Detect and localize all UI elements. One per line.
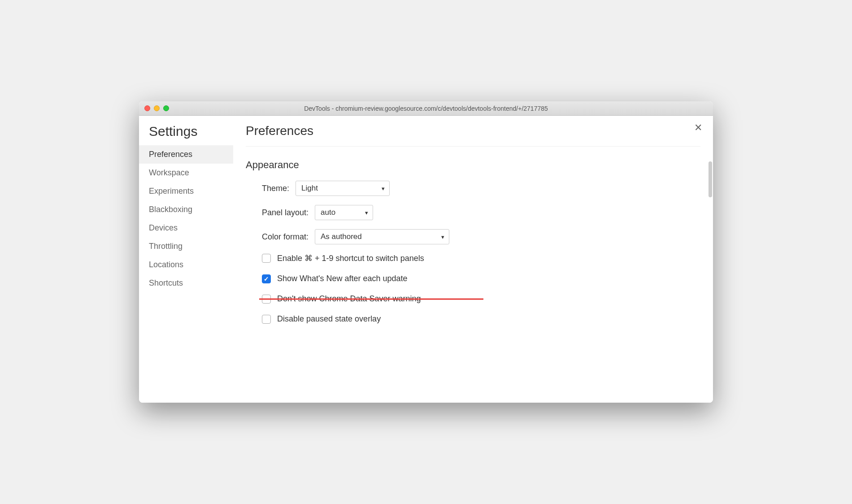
panel-layout-row: Panel layout: auto [262,205,700,220]
traffic-lights [144,105,169,111]
color-format-value: As authored [321,232,362,241]
theme-label: Theme: [262,184,289,193]
settings-sidebar: Settings PreferencesWorkspaceExperiments… [139,116,233,403]
checkbox-label-1: Show What's New after each update [277,274,408,283]
sidebar-item-preferences[interactable]: Preferences [139,145,233,164]
checkbox-3[interactable] [262,315,271,324]
settings-main: ✕ Preferences Appearance Theme: Light Pa… [233,116,713,403]
window-title: DevTools - chromium-review.googlesource.… [304,105,548,112]
checkbox-label-3: Disable paused state overlay [277,314,381,324]
sidebar-item-blackboxing[interactable]: Blackboxing [139,200,233,219]
maximize-window-button[interactable] [163,105,169,111]
checkbox-0[interactable] [262,254,271,263]
settings-content: Settings PreferencesWorkspaceExperiments… [139,116,713,403]
close-icon[interactable]: ✕ [694,123,702,133]
checkbox-row-0: Enable ⌘ + 1-9 shortcut to switch panels [262,253,700,263]
minimize-window-button[interactable] [154,105,160,111]
theme-select[interactable]: Light [296,181,390,196]
sidebar-item-locations[interactable]: Locations [139,256,233,274]
devtools-window: DevTools - chromium-review.googlesource.… [139,101,713,403]
sidebar-item-throttling[interactable]: Throttling [139,237,233,256]
theme-row: Theme: Light [262,181,700,196]
checkbox-label-2: Don't show Chrome Data Saver warning [277,294,421,304]
panel-layout-select[interactable]: auto [315,205,373,220]
sidebar-item-workspace[interactable]: Workspace [139,164,233,182]
sidebar-title: Settings [139,124,233,145]
checkbox-row-1: Show What's New after each update [262,274,700,283]
titlebar: DevTools - chromium-review.googlesource.… [139,101,713,116]
color-format-select[interactable]: As authored [315,229,449,244]
checkbox-1[interactable] [262,274,271,283]
panel-layout-label: Panel layout: [262,208,309,217]
panel-layout-value: auto [321,208,335,217]
color-format-row: Color format: As authored [262,229,700,244]
color-format-label: Color format: [262,232,309,242]
sidebar-item-devices[interactable]: Devices [139,219,233,237]
scrollbar[interactable] [709,161,712,197]
theme-value: Light [301,184,318,193]
appearance-settings: Theme: Light Panel layout: auto Color fo… [246,181,700,324]
checkbox-2[interactable] [262,295,271,304]
sidebar-item-shortcuts[interactable]: Shortcuts [139,274,233,292]
checkbox-label-0: Enable ⌘ + 1-9 shortcut to switch panels [277,253,424,263]
sidebar-item-experiments[interactable]: Experiments [139,182,233,200]
section-title: Appearance [246,159,700,171]
checkbox-row-3: Disable paused state overlay [262,314,700,324]
checkbox-row-2: Don't show Chrome Data Saver warning [262,294,700,304]
close-window-button[interactable] [144,105,150,111]
page-title: Preferences [246,124,700,147]
